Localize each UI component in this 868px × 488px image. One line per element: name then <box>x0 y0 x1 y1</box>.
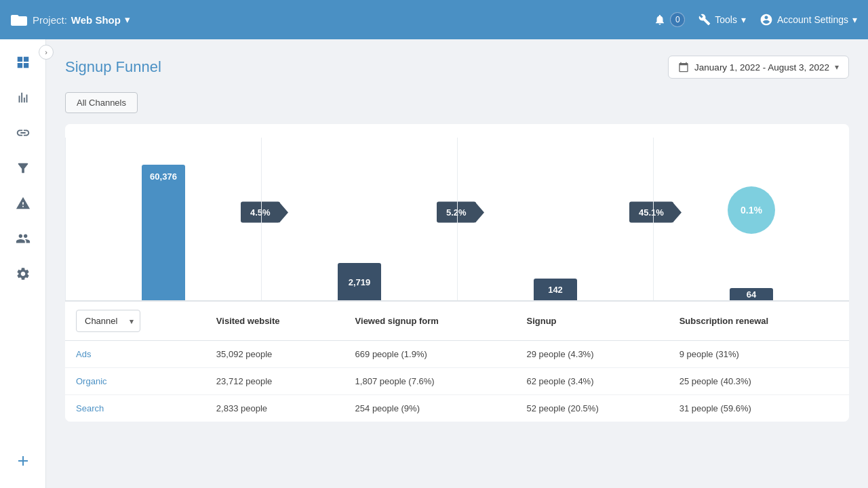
sidebar-item-settings[interactable] <box>8 259 38 289</box>
channel-select-wrapper: Channel ▾ <box>76 310 140 332</box>
wrench-icon <box>698 14 711 26</box>
bar-viewed: 2,719 <box>338 263 381 300</box>
circle-badge-label: 0.1% <box>741 205 762 216</box>
row-signup-organic: 62 people (3.4%) <box>516 368 669 395</box>
account-settings-label: Account Settings <box>777 14 848 25</box>
sidebar-toggle[interactable]: › <box>39 45 54 60</box>
tools-dropdown-icon: ▾ <box>741 14 746 25</box>
row-channel-search[interactable]: Search <box>65 395 205 422</box>
circle-badge: 0.1% <box>728 186 775 234</box>
table-row: Organic 23,712 people 1,807 people (7.6%… <box>65 368 849 395</box>
calendar-icon <box>678 62 689 73</box>
bell-icon <box>654 14 666 26</box>
row-visited-search: 2,833 people <box>205 395 344 422</box>
bar-renewal: 64 <box>730 288 773 300</box>
sidebar-add-button[interactable] <box>8 446 38 476</box>
row-renewal-ads: 9 people (31%) <box>669 341 849 368</box>
account-settings-button[interactable]: Account Settings ▾ <box>760 13 857 26</box>
grid-icon <box>16 55 31 70</box>
row-viewed-search: 254 people (9%) <box>344 395 516 422</box>
app-layout: › <box>0 39 868 488</box>
project-dropdown-icon: ▾ <box>125 14 130 26</box>
sidebar-item-alerts[interactable] <box>8 188 38 218</box>
row-renewal-organic: 25 people (40.3%) <box>669 368 849 395</box>
project-label: Project: <box>33 14 67 26</box>
folder-icon <box>11 14 27 26</box>
date-picker-chevron: ▾ <box>835 62 839 72</box>
tools-label: Tools <box>715 14 737 25</box>
sidebar-item-dashboard[interactable] <box>8 47 38 77</box>
channel-select[interactable]: Channel <box>76 310 140 332</box>
header-renewal: Subscription renewal <box>669 301 849 341</box>
sidebar-item-links[interactable] <box>8 118 38 148</box>
funnel-container: 60,376 4.5% 2,719 <box>65 124 849 422</box>
table-row: Search 2,833 people 254 people (9%) 52 p… <box>65 395 849 422</box>
sidebar-item-users[interactable] <box>8 224 38 253</box>
header-signup: Signup <box>516 301 669 341</box>
sidebar-item-analytics[interactable] <box>8 83 38 113</box>
bar-label-viewed: 2,719 <box>349 277 371 287</box>
all-channels-button[interactable]: All Channels <box>65 92 138 113</box>
funnel-chart: 60,376 4.5% 2,719 <box>65 124 849 300</box>
topnav: Project: Web Shop ▾ 0 Tools ▾ Account Se… <box>0 0 868 39</box>
funnel-table: Channel ▾ Visited website Viewed signup … <box>65 300 849 422</box>
account-icon <box>760 13 773 26</box>
gear-icon <box>16 266 31 281</box>
project-selector[interactable]: Project: Web Shop ▾ <box>33 14 130 26</box>
topnav-right: 0 Tools ▾ Account Settings ▾ <box>654 12 857 27</box>
bar-chart-icon <box>16 90 31 105</box>
header-visited: Visited website <box>205 301 344 341</box>
date-range-picker[interactable]: January 1, 2022 - August 3, 2022 ▾ <box>668 56 849 79</box>
row-channel-organic[interactable]: Organic <box>65 368 205 395</box>
filter-icon <box>16 161 31 176</box>
topnav-left: Project: Web Shop ▾ <box>11 14 130 26</box>
table-row: Ads 35,092 people 669 people (1.9%) 29 p… <box>65 341 849 368</box>
account-dropdown-icon: ▾ <box>852 14 857 25</box>
bar-signup: 142 <box>534 279 577 300</box>
page-title: Signup Funnel <box>65 58 161 76</box>
row-signup-ads: 29 people (4.3%) <box>516 341 669 368</box>
plus-icon <box>15 453 31 469</box>
channel-filter: All Channels <box>65 92 849 113</box>
main-content: Signup Funnel January 1, 2022 - August 3… <box>46 39 868 488</box>
channel-select-header: Channel ▾ <box>65 301 205 341</box>
notification-badge: 0 <box>670 12 685 27</box>
project-name: Web Shop <box>71 14 121 26</box>
main-header: Signup Funnel January 1, 2022 - August 3… <box>65 56 849 79</box>
date-range-label: January 1, 2022 - August 3, 2022 <box>694 62 829 73</box>
bar-label-signup: 142 <box>548 285 563 295</box>
sidebar-item-filters[interactable] <box>8 153 38 183</box>
sidebar: › <box>0 39 46 488</box>
row-visited-organic: 23,712 people <box>205 368 344 395</box>
tools-button[interactable]: Tools ▾ <box>698 14 746 26</box>
row-signup-search: 52 people (20.5%) <box>516 395 669 422</box>
alert-icon <box>16 196 31 211</box>
bar-visited: 60,376 <box>142 165 185 300</box>
bar-label-visited: 60,376 <box>150 171 177 182</box>
row-channel-ads[interactable]: Ads <box>65 341 205 368</box>
link-icon <box>16 125 31 140</box>
bar-label-renewal: 64 <box>747 289 756 300</box>
header-viewed: Viewed signup form <box>344 301 516 341</box>
notifications-button[interactable]: 0 <box>654 12 685 27</box>
row-visited-ads: 35,092 people <box>205 341 344 368</box>
row-viewed-organic: 1,807 people (7.6%) <box>344 368 516 395</box>
row-renewal-search: 31 people (59.6%) <box>669 395 849 422</box>
users-icon <box>16 231 31 246</box>
row-viewed-ads: 669 people (1.9%) <box>344 341 516 368</box>
